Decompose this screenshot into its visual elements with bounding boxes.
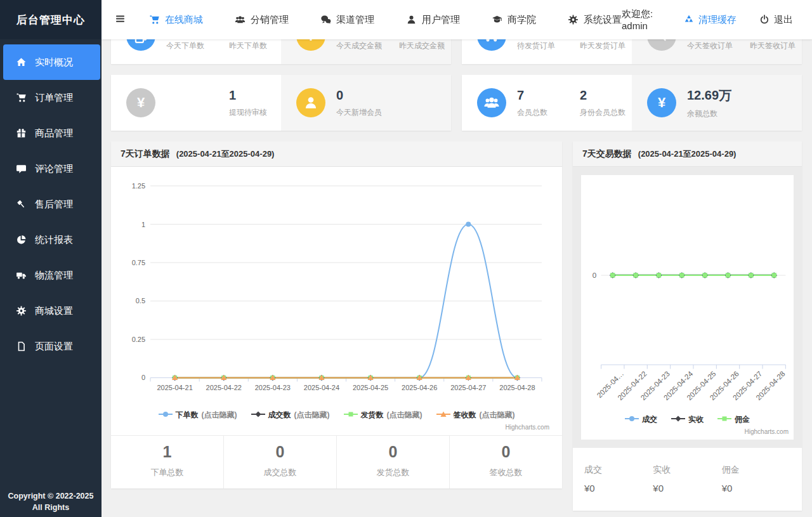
legend-hint: (点击隐藏) bbox=[480, 410, 515, 421]
sidebar-toggle-button[interactable] bbox=[102, 14, 129, 25]
yen-icon: ¥ bbox=[658, 96, 665, 110]
recycle-icon bbox=[684, 15, 694, 25]
stat-value: 7 bbox=[517, 88, 569, 103]
top-menu-item[interactable]: 在线商城 bbox=[149, 14, 203, 26]
trades-chart-header: 7天交易数据 (2025-04-21至2025-04-29) bbox=[573, 141, 802, 167]
top-menu-item[interactable]: 渠道管理 bbox=[320, 14, 374, 26]
legend-item[interactable]: 发货数 (点击隐藏) bbox=[344, 410, 422, 421]
hamburger-icon bbox=[115, 14, 125, 25]
users-icon bbox=[477, 88, 506, 117]
orders-chart-header: 7天订单数据 (2025-04-21至2025-04-29) bbox=[111, 141, 562, 167]
trade-total: 实收¥0 bbox=[653, 464, 721, 502]
order-total-value: 0 bbox=[224, 443, 336, 461]
svg-text:2025-04-21: 2025-04-21 bbox=[157, 384, 192, 391]
trades-chart-box: 02025-04…2025-04-222025-04-232025-04-242… bbox=[581, 175, 794, 440]
order-total-label: 签收总数 bbox=[450, 467, 562, 478]
sidebar-item[interactable]: 统计报表 bbox=[0, 222, 102, 258]
sidebar-item-label: 商城设置 bbox=[35, 305, 73, 317]
legend-hint: (点击隐藏) bbox=[387, 410, 422, 421]
highcharts-credit[interactable]: Highcharts.com bbox=[119, 421, 554, 435]
user-icon bbox=[406, 15, 417, 25]
top-menu-item-label: 商学院 bbox=[508, 14, 536, 26]
clear-cache-button[interactable]: 清理缓存 bbox=[684, 14, 737, 26]
sidebar-item-label: 物流管理 bbox=[35, 270, 73, 282]
legend-marker-icon bbox=[159, 410, 173, 420]
top-navbar: 在线商城分销管理渠道管理用户管理商学院系统设置 欢迎您: admin 清理缓存 … bbox=[102, 0, 812, 39]
svg-text:1.25: 1.25 bbox=[132, 182, 145, 190]
top-menu-item[interactable]: 系统设置 bbox=[568, 14, 622, 26]
stat-label: 今天成交金额 bbox=[336, 41, 388, 51]
order-total-value: 0 bbox=[337, 443, 449, 461]
stat-label: 昨天签收订单 bbox=[750, 41, 802, 51]
order-total-label: 成交总数 bbox=[224, 467, 336, 478]
svg-text:0.5: 0.5 bbox=[136, 297, 145, 304]
top-menu-item[interactable]: 分销管理 bbox=[235, 14, 289, 26]
legend-hint: (点击隐藏) bbox=[202, 410, 237, 421]
orders-chart-body: 00.250.50.7511.252025-04-212025-04-22202… bbox=[111, 167, 562, 435]
top-menu-item[interactable]: 商学院 bbox=[492, 14, 536, 26]
charts-row: 7天订单数据 (2025-04-21至2025-04-29) 00.250.50… bbox=[111, 141, 802, 511]
legend-marker-icon bbox=[717, 415, 731, 424]
sidebar-item[interactable]: 售后管理 bbox=[0, 187, 102, 222]
legend-item[interactable]: 成交 bbox=[625, 414, 657, 425]
svg-text:2025-04-26: 2025-04-26 bbox=[402, 384, 437, 391]
svg-text:2025-04-27: 2025-04-27 bbox=[450, 384, 486, 391]
top-menu-item-label: 渠道管理 bbox=[336, 14, 374, 26]
svg-text:1: 1 bbox=[141, 221, 145, 228]
trade-total: 成交¥0 bbox=[584, 464, 653, 502]
sidebar-item[interactable]: 商品管理 bbox=[0, 115, 102, 151]
sidebar-menu: 实时概况订单管理商品管理评论管理售后管理统计报表物流管理商城设置页面设置 bbox=[0, 39, 102, 364]
sidebar-item[interactable]: 实时概况 bbox=[3, 44, 100, 80]
sidebar-item[interactable]: 评论管理 bbox=[0, 151, 102, 187]
stat-card: ¥12.69万余额总数 bbox=[632, 75, 802, 131]
stat: 12.69万余额总数 bbox=[676, 87, 739, 119]
sidebar-item-label: 评论管理 bbox=[35, 163, 73, 175]
home-icon bbox=[16, 57, 27, 67]
stat-label: 身份会员总数 bbox=[580, 107, 632, 118]
svg-text:0.25: 0.25 bbox=[132, 336, 145, 343]
svg-text:0: 0 bbox=[141, 374, 145, 381]
svg-text:0: 0 bbox=[593, 272, 596, 279]
sidebar-item-label: 统计报表 bbox=[35, 234, 73, 246]
sidebar-item[interactable]: 物流管理 bbox=[0, 258, 102, 293]
stat-label: 今天新增会员 bbox=[336, 107, 388, 118]
order-total: 0签收总数 bbox=[450, 436, 562, 488]
stat-label: 昨天发货订单 bbox=[580, 41, 632, 51]
orders-line-chart: 00.250.50.7511.252025-04-212025-04-22202… bbox=[119, 174, 554, 407]
welcome-text: 欢迎您: admin bbox=[622, 8, 661, 31]
legend-marker-icon bbox=[251, 410, 265, 420]
top-menu-item-label: 在线商城 bbox=[165, 14, 203, 26]
sidebar-item[interactable]: 商城设置 bbox=[0, 293, 102, 329]
legend-label: 成交数 bbox=[268, 410, 291, 421]
legend-label: 发货数 bbox=[361, 410, 384, 421]
legend-item[interactable]: 实收 bbox=[671, 414, 704, 425]
svg-text:2025-04-24: 2025-04-24 bbox=[304, 384, 339, 391]
highcharts-credit[interactable]: Highcharts.com bbox=[581, 425, 794, 440]
trades-chart-legend: 成交实收佣金 bbox=[581, 414, 794, 425]
legend-label: 签收数 bbox=[454, 410, 476, 421]
stat-label: 提现待审核 bbox=[229, 107, 281, 118]
logout-button[interactable]: 退出 bbox=[759, 14, 793, 26]
top-menu-item-label: 分销管理 bbox=[251, 14, 289, 26]
legend-item[interactable]: 下单数 (点击隐藏) bbox=[159, 410, 237, 421]
stat-label: 今天下单数 bbox=[166, 41, 218, 51]
stat: 2身份会员总数 bbox=[569, 88, 632, 118]
legend-item[interactable]: 成交数 (点击隐藏) bbox=[251, 410, 330, 421]
legend-item[interactable]: 佣金 bbox=[717, 414, 750, 425]
top-menu-item-label: 系统设置 bbox=[584, 14, 622, 26]
stat-value: 12.69万 bbox=[687, 87, 739, 104]
sidebar-item[interactable]: 页面设置 bbox=[0, 329, 102, 364]
legend-item[interactable]: 签收数 (点击隐藏) bbox=[436, 410, 515, 421]
comment-icon bbox=[16, 164, 27, 174]
copyright-line2: All Rights bbox=[0, 502, 102, 513]
legend-marker-icon bbox=[625, 415, 639, 424]
stat-label: 余额总数 bbox=[687, 108, 739, 119]
main-content: 0今天下单数1昨天下单数¥0今天成交金额0昨天成交金额7待发货订单0昨天发货订单… bbox=[102, 0, 812, 511]
sidebar-item[interactable]: 订单管理 bbox=[0, 80, 102, 115]
stat-value: 1 bbox=[229, 88, 281, 103]
sidebar-item-label: 实时概况 bbox=[35, 56, 73, 69]
person-icon bbox=[296, 88, 325, 117]
top-menu: 在线商城分销管理渠道管理用户管理商学院系统设置 bbox=[149, 14, 622, 26]
trade-total-label: 实收 bbox=[653, 464, 721, 476]
top-menu-item[interactable]: 用户管理 bbox=[406, 14, 460, 26]
